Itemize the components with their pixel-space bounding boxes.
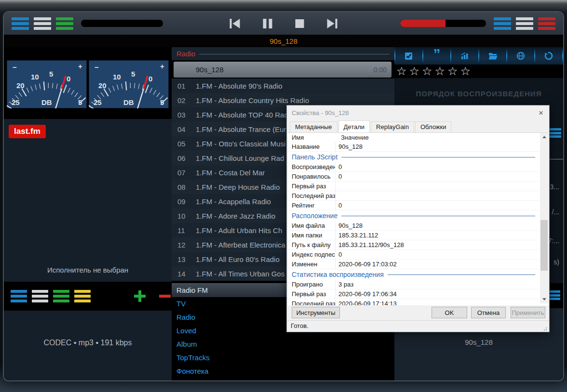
playlist-row[interactable]: 01 1.FM - Absolute 90's Radio bbox=[172, 78, 394, 93]
close-icon[interactable]: × bbox=[539, 109, 543, 117]
property-value: 90s_128 bbox=[336, 143, 363, 150]
apply-button[interactable]: Применить bbox=[511, 307, 545, 318]
checkbox-button[interactable] bbox=[395, 47, 422, 65]
stop-icon bbox=[296, 19, 304, 28]
menu-button[interactable] bbox=[549, 290, 560, 300]
property-value: 90s_128 bbox=[336, 222, 363, 229]
menu-button[interactable] bbox=[12, 17, 29, 30]
cancel-button[interactable]: Отмена bbox=[471, 307, 506, 318]
track-title: 1.FM - Absolute Country Hits Radio bbox=[196, 96, 309, 105]
resize-grip[interactable] bbox=[543, 326, 548, 330]
menu-button[interactable] bbox=[56, 17, 73, 30]
table-row[interactable]: Индекс подпес... 0 bbox=[288, 250, 539, 260]
table-row[interactable]: Рейтинг 0 bbox=[288, 201, 539, 210]
table-row[interactable]: Имя файла 90s_128 bbox=[288, 221, 539, 231]
menu-button[interactable] bbox=[550, 128, 561, 138]
star-icon[interactable]: ☆ bbox=[396, 65, 407, 77]
playback-order-heading: ПОРЯДОК ВОСПРОИЗВЕДЕНИЯ bbox=[394, 90, 563, 98]
property-value: 2020-06-09 17:06:34 bbox=[336, 290, 397, 298]
menu-button[interactable] bbox=[538, 17, 555, 30]
dialog-tab[interactable]: ReplayGain bbox=[371, 121, 414, 132]
tools-button[interactable]: Инструменты bbox=[292, 307, 340, 318]
star-icon[interactable]: ☆ bbox=[460, 65, 471, 77]
dialog-tabs: МетаданныеДеталиReplayGainОбложки bbox=[290, 121, 452, 132]
remove-button[interactable] bbox=[159, 295, 171, 298]
menu-button[interactable] bbox=[34, 17, 51, 30]
nav-item[interactable]: TopTracks bbox=[172, 351, 394, 365]
svg-text:25: 25 bbox=[12, 98, 20, 106]
star-icon[interactable]: ☆ bbox=[422, 65, 432, 77]
ok-button[interactable]: OK bbox=[432, 307, 467, 318]
right-menu-buttons bbox=[494, 17, 555, 30]
menu-button[interactable] bbox=[74, 290, 91, 302]
table-row[interactable]: Статистика воспроизведения bbox=[288, 269, 539, 280]
track-number: 06 bbox=[177, 154, 196, 162]
track-number: 14 bbox=[177, 270, 196, 278]
menu-button[interactable] bbox=[516, 17, 533, 30]
toolbar-separator bbox=[562, 49, 563, 63]
hidden-text-fragment: /... bbox=[552, 208, 559, 216]
next-button[interactable] bbox=[327, 19, 338, 28]
refresh-icon bbox=[544, 51, 554, 61]
star-icon[interactable]: ☆ bbox=[409, 65, 420, 77]
table-row[interactable]: Последний раз bbox=[288, 191, 539, 201]
scrollbar-thumb[interactable] bbox=[540, 220, 548, 271]
star-icon[interactable]: ☆ bbox=[447, 65, 458, 77]
menu-button[interactable] bbox=[11, 290, 27, 302]
property-name: Путь к файлу bbox=[288, 240, 336, 249]
track-title: 1.FM - Costa Del Mar bbox=[196, 169, 265, 177]
web-button[interactable] bbox=[507, 47, 534, 65]
checkbox-icon bbox=[404, 51, 414, 61]
scroll-down-icon[interactable] bbox=[540, 295, 548, 303]
track-number: 03 bbox=[177, 111, 196, 119]
playlist-selected-row[interactable]: 90s_128 0:00 bbox=[174, 62, 392, 78]
nav-item[interactable]: Фонотека bbox=[172, 365, 394, 378]
property-name: Воспроизведено bbox=[288, 162, 336, 171]
track-number: 11 bbox=[177, 226, 196, 235]
folder-button[interactable] bbox=[479, 47, 506, 65]
property-value: 185.33.21.112 bbox=[336, 232, 378, 239]
dialog-tab[interactable]: Детали bbox=[338, 120, 370, 132]
dialog-tab[interactable]: Метаданные bbox=[290, 121, 338, 132]
pause-button[interactable] bbox=[263, 19, 272, 28]
table-row[interactable]: Проиграно 3 раз bbox=[288, 280, 539, 289]
nav-item[interactable]: Album bbox=[172, 338, 394, 351]
dialog-scrollbar[interactable] bbox=[540, 133, 548, 303]
table-row[interactable]: Воспроизведено 0 bbox=[288, 162, 539, 172]
seek-bar[interactable] bbox=[81, 20, 163, 27]
add-button[interactable] bbox=[134, 290, 146, 302]
dialog-tab[interactable]: Обложки bbox=[415, 121, 451, 132]
svg-text:DB: DB bbox=[123, 98, 134, 106]
selected-track-title: 90s_128 bbox=[196, 65, 224, 74]
svg-text:5: 5 bbox=[160, 98, 164, 106]
lastfm-logo[interactable]: last.fm bbox=[9, 125, 46, 138]
quote-button[interactable]: ” bbox=[423, 47, 450, 65]
previous-button[interactable] bbox=[230, 19, 240, 28]
properties-dialog: Свойства - 90s_128 × МетаданныеДеталиRep… bbox=[286, 105, 550, 332]
property-name: Название bbox=[288, 142, 336, 151]
table-row[interactable]: Первый раз bbox=[288, 182, 539, 191]
table-row[interactable]: Панель JScript bbox=[288, 152, 539, 162]
menu-button[interactable] bbox=[32, 290, 48, 302]
refresh-button[interactable] bbox=[535, 47, 562, 65]
table-row[interactable]: Название 90s_128 bbox=[288, 142, 539, 152]
star-icon[interactable]: ☆ bbox=[435, 65, 446, 77]
folder-icon bbox=[488, 51, 498, 61]
table-row[interactable]: Последний раз 2020-06-09 17:14:13 bbox=[288, 299, 539, 305]
table-row[interactable]: Путь к файлу 185.33.21.112/90s_128 bbox=[288, 240, 539, 250]
menu-button[interactable] bbox=[53, 290, 69, 302]
table-row[interactable]: Расположение bbox=[288, 210, 539, 221]
table-row[interactable]: Понравилось 0 bbox=[288, 172, 539, 182]
stats-button[interactable] bbox=[451, 47, 478, 65]
section-divider bbox=[549, 159, 563, 159]
artist-status-text: Исполнитель не выбран bbox=[4, 266, 172, 274]
table-row[interactable]: Изменен 2020-06-09 17:03:02 bbox=[288, 260, 539, 269]
table-row[interactable]: Имя папки 185.33.21.112 bbox=[288, 231, 539, 240]
volume-bar[interactable] bbox=[400, 20, 486, 27]
scroll-up-icon[interactable] bbox=[540, 133, 548, 141]
dialog-titlebar[interactable]: Свойства - 90s_128 × bbox=[287, 105, 549, 120]
menu-button[interactable] bbox=[494, 17, 511, 30]
table-row[interactable]: Первый раз 2020-06-09 17:06:34 bbox=[288, 289, 539, 299]
stop-button[interactable] bbox=[296, 19, 304, 28]
codec-info: CODEC ▪ mp3 ▪ 191 kbps bbox=[4, 339, 172, 347]
